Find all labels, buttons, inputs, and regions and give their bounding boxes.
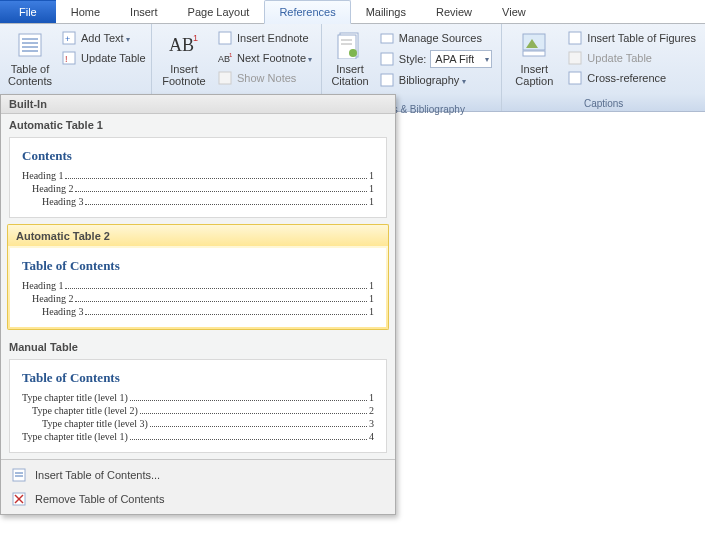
toc-row-leader — [75, 294, 367, 302]
gallery-item-manual-title: Manual Table — [1, 336, 395, 357]
svg-rect-20 — [381, 34, 393, 43]
insert-citation-button[interactable]: Insert Citation — [328, 27, 371, 103]
toc-row: Heading 21 — [22, 293, 374, 304]
insert-table-of-figures-button[interactable]: Insert Table of Figures — [564, 29, 699, 47]
gallery-footer: Insert Table of Contents... Remove Table… — [1, 459, 395, 514]
toc-row-label: Heading 1 — [22, 280, 63, 291]
next-footnote-icon: AB1 — [217, 50, 233, 66]
svg-rect-11 — [219, 32, 231, 44]
gallery-item-manual[interactable]: Table of Contents Type chapter title (le… — [9, 359, 387, 453]
toc-row-label: Type chapter title (level 1) — [22, 392, 128, 403]
bibliography-label: Bibliography — [399, 74, 466, 86]
add-text-button[interactable]: + Add Text — [58, 29, 149, 47]
toc-row-leader — [65, 281, 367, 289]
toc-row-page: 1 — [369, 196, 374, 207]
insert-footnote-button[interactable]: AB1 Insert Footnote — [158, 27, 210, 87]
group-label-captions: Captions — [508, 97, 699, 111]
tab-file[interactable]: File — [0, 0, 56, 23]
update-figures-icon — [567, 50, 583, 66]
table-of-contents-button[interactable]: Table of Contents — [6, 27, 54, 103]
insert-caption-button[interactable]: Insert Caption — [508, 27, 560, 87]
toc-row: Heading 31 — [22, 306, 374, 317]
caption-icon — [518, 29, 550, 61]
svg-rect-29 — [13, 469, 25, 481]
next-footnote-label: Next Footnote — [237, 52, 312, 64]
toc-row-leader — [65, 171, 367, 179]
svg-text:AB: AB — [169, 35, 194, 55]
style-label: Style: — [399, 53, 427, 65]
insert-endnote-button[interactable]: Insert Endnote — [214, 29, 315, 47]
toc-row-page: 1 — [369, 392, 374, 403]
bibliography-icon — [379, 72, 395, 88]
insert-toc-icon — [11, 467, 27, 483]
svg-rect-26 — [569, 32, 581, 44]
style-combobox[interactable]: APA Fift ▾ — [430, 50, 492, 68]
toc-row: Heading 31 — [22, 196, 374, 207]
svg-rect-28 — [569, 72, 581, 84]
toc-row-label: Heading 2 — [32, 183, 73, 194]
show-notes-button[interactable]: Show Notes — [214, 69, 315, 87]
manual-rows: Type chapter title (level 1)1Type chapte… — [22, 392, 374, 442]
gallery-item-auto1[interactable]: Contents Heading 11Heading 21Heading 31 — [9, 137, 387, 218]
style-value: APA Fift — [435, 53, 474, 65]
svg-text:1: 1 — [193, 33, 198, 43]
crossref-icon — [567, 70, 583, 86]
svg-rect-0 — [19, 34, 41, 56]
toc-row: Type chapter title (level 1)1 — [22, 392, 374, 403]
manage-sources-icon — [379, 30, 395, 46]
cross-reference-button[interactable]: Cross-reference — [564, 69, 699, 87]
tab-home[interactable]: Home — [56, 0, 115, 23]
toc-icon — [14, 29, 46, 61]
gallery-item-auto1-title: Automatic Table 1 — [1, 114, 395, 135]
next-footnote-button[interactable]: AB1 Next Footnote — [214, 49, 315, 67]
toc-row-label: Heading 1 — [22, 170, 63, 181]
gallery-item-auto2[interactable]: Table of Contents Heading 11Heading 21He… — [7, 246, 389, 330]
toc-row-leader — [85, 197, 367, 205]
tab-review[interactable]: Review — [421, 0, 487, 23]
update-figures-label: Update Table — [587, 52, 652, 64]
svg-point-19 — [349, 49, 357, 57]
svg-rect-14 — [219, 72, 231, 84]
toc-gallery-dropdown: Built-In Automatic Table 1 Contents Head… — [0, 94, 396, 515]
toc-row-page: 1 — [369, 293, 374, 304]
svg-text:1: 1 — [229, 52, 232, 58]
svg-rect-25 — [523, 51, 545, 56]
toc-row-page: 1 — [369, 280, 374, 291]
chevron-down-icon: ▾ — [485, 55, 489, 64]
add-text-label: Add Text — [81, 32, 130, 44]
insert-endnote-label: Insert Endnote — [237, 32, 309, 44]
auto2-rows: Heading 11Heading 21Heading 31 — [22, 280, 374, 317]
document-area[interactable] — [396, 112, 705, 537]
remove-toc-action[interactable]: Remove Table of Contents — [1, 487, 395, 511]
tab-insert[interactable]: Insert — [115, 0, 173, 23]
style-row: Style: APA Fift ▾ — [376, 49, 496, 69]
toc-row: Heading 11 — [22, 170, 374, 181]
insert-toc-action[interactable]: Insert Table of Contents... — [1, 463, 395, 487]
tab-mailings[interactable]: Mailings — [351, 0, 421, 23]
bibliography-button[interactable]: Bibliography — [376, 71, 496, 89]
toc-row-leader — [130, 432, 367, 440]
tab-references[interactable]: References — [264, 0, 350, 24]
insert-footnote-label: Insert Footnote — [162, 63, 205, 87]
tab-strip: File Home Insert Page Layout References … — [0, 0, 705, 24]
group-captions: Insert Caption Insert Table of Figures U… — [502, 24, 705, 111]
update-table-figures-button[interactable]: Update Table — [564, 49, 699, 67]
manual-heading: Table of Contents — [22, 370, 374, 386]
toc-row-page: 3 — [369, 418, 374, 429]
manage-sources-button[interactable]: Manage Sources — [376, 29, 496, 47]
tab-view[interactable]: View — [487, 0, 541, 23]
toc-row-label: Type chapter title (level 2) — [32, 405, 138, 416]
show-notes-icon — [217, 70, 233, 86]
toc-row-page: 4 — [369, 431, 374, 442]
footnote-icon: AB1 — [168, 29, 200, 61]
citation-icon — [334, 29, 366, 61]
auto1-rows: Heading 11Heading 21Heading 31 — [22, 170, 374, 207]
toc-row-page: 2 — [369, 405, 374, 416]
insert-caption-label: Insert Caption — [515, 63, 553, 87]
update-table-button[interactable]: ! Update Table — [58, 49, 149, 67]
itof-label: Insert Table of Figures — [587, 32, 696, 44]
toc-row-label: Type chapter title (level 3) — [42, 418, 148, 429]
tab-page-layout[interactable]: Page Layout — [173, 0, 265, 23]
toc-row: Type chapter title (level 3)3 — [22, 418, 374, 429]
svg-text:!: ! — [65, 54, 68, 64]
